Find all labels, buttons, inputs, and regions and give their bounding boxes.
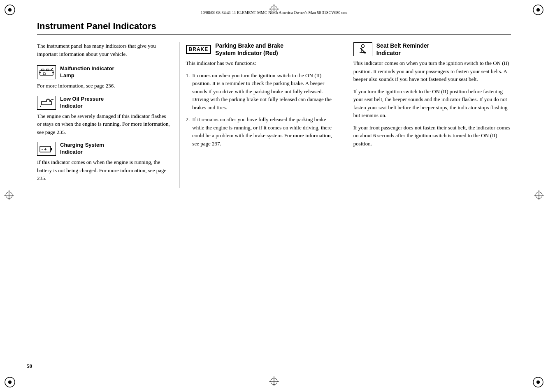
seatbelt-para-1: This indicator comes on when you turn th…	[353, 59, 511, 83]
svg-rect-28	[51, 148, 52, 150]
col-right: Seat Belt Reminder Indicator This indica…	[345, 42, 511, 188]
seatbelt-para-3: If your front passenger does not fasten …	[353, 124, 511, 148]
seatbelt-para-2: If you turn the ignition switch to the O…	[353, 88, 511, 120]
list-item: 2. If it remains on after you have fully…	[186, 115, 339, 148]
charging-header: Charging System Indicator	[37, 142, 171, 156]
oil-svg	[39, 97, 54, 108]
parking-brake-intro: This indicator has two functions:	[186, 59, 339, 67]
seatbelt-section: Seat Belt Reminder Indicator This indica…	[353, 42, 511, 148]
list-text-2: If it remains on after you have fully re…	[192, 115, 338, 148]
page-content: Instrument Panel Indicators The instrume…	[37, 17, 511, 188]
malfunction-body: For more information, see page 236.	[37, 82, 171, 90]
low-oil-body: The engine can be severely damaged if th…	[37, 112, 171, 136]
parking-brake-section: BRAKE Parking Brake and Brake System Ind…	[186, 42, 339, 148]
low-oil-section: Low Oil Pressure Indicator The engine ca…	[37, 96, 171, 136]
parking-brake-list: 1. It comes on when you turn the ignitio…	[186, 71, 339, 148]
svg-rect-23	[43, 73, 45, 75]
charging-body: If this indicator comes on when the engi…	[37, 158, 171, 182]
malfunction-header: Malfunction Indicator Lamp	[37, 65, 171, 79]
malfunction-svg	[39, 67, 54, 78]
malfunction-icon	[37, 65, 56, 79]
seatbelt-body: This indicator comes on when you turn th…	[353, 59, 511, 148]
low-oil-title: Low Oil Pressure Indicator	[60, 96, 104, 110]
parking-brake-header: BRAKE Parking Brake and Brake System Ind…	[186, 42, 339, 57]
page-outer: 10/08/06 08:34:41 11 ELEMENT MMC North A…	[0, 0, 548, 392]
list-num-1: 1.	[186, 71, 190, 112]
header-line: 10/08/06 08:34:41 11 ELEMENT MMC North A…	[12, 10, 536, 15]
parking-brake-title: Parking Brake and Brake System Indicator…	[215, 42, 283, 57]
brake-icon: BRAKE	[186, 45, 211, 54]
list-text-1: It comes on when you turn the ignition s…	[192, 71, 338, 112]
charging-section: Charging System Indicator If this indica…	[37, 142, 171, 182]
seatbelt-header: Seat Belt Reminder Indicator	[353, 42, 511, 57]
charging-title: Charging System Indicator	[60, 142, 104, 156]
seatbelt-title: Seat Belt Reminder Indicator	[376, 42, 429, 57]
col-left: The instrument panel has many indicators…	[37, 42, 179, 188]
malfunction-section: Malfunction Indicator Lamp For more info…	[37, 65, 171, 90]
charging-icon	[37, 142, 56, 156]
page-number: 58	[27, 363, 32, 369]
malfunction-title: Malfunction Indicator Lamp	[60, 65, 114, 79]
svg-point-32	[361, 45, 364, 48]
page-title: Instrument Panel Indicators	[37, 21, 511, 35]
seatbelt-svg	[355, 44, 370, 55]
columns-wrapper: The instrument panel has many indicators…	[37, 42, 511, 188]
low-oil-header: Low Oil Pressure Indicator	[37, 96, 171, 110]
seatbelt-icon	[353, 42, 372, 56]
intro-text: The instrument panel has many indicators…	[37, 42, 171, 58]
svg-rect-35	[364, 52, 366, 53]
list-item: 1. It comes on when you turn the ignitio…	[186, 71, 339, 112]
svg-rect-20	[40, 70, 53, 75]
col-middle: BRAKE Parking Brake and Brake System Ind…	[179, 42, 345, 188]
list-num-2: 2.	[186, 115, 190, 148]
battery-svg	[39, 143, 54, 154]
low-oil-icon	[37, 96, 56, 110]
